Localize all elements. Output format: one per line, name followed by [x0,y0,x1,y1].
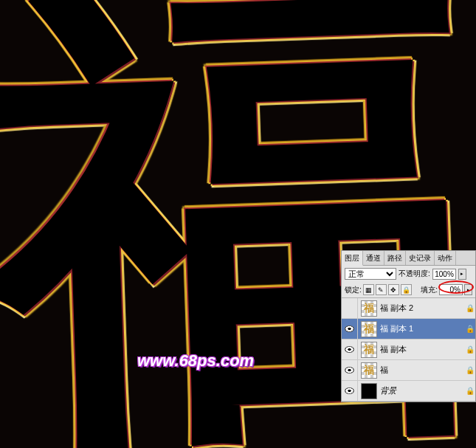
eye-icon [345,387,354,394]
layer-row-fu-copy-1[interactable]: 福 福 副本 1 🔒 [342,319,475,340]
tab-layers[interactable]: 图层 [342,251,363,266]
eye-icon [345,325,354,332]
layer-row-fu[interactable]: 福 福 🔒 [342,360,475,381]
layer-thumbnail[interactable] [361,383,377,399]
lock-transparency-icon[interactable]: ▦ [363,284,374,295]
blend-opacity-row: 正常 不透明度: ▸ [342,266,475,282]
layer-name-label[interactable]: 福 副本 1 [380,323,465,334]
layer-name-label[interactable]: 福 [380,365,465,376]
eye-icon [345,346,354,353]
lock-label: 锁定: [345,285,362,295]
visibility-toggle[interactable] [342,319,358,339]
lock-pixels-icon[interactable]: ✎ [376,284,387,295]
visibility-toggle[interactable] [342,298,358,318]
fill-input[interactable] [439,284,463,295]
tab-actions[interactable]: 动作 [435,251,456,265]
layer-thumbnail[interactable]: 福 [361,321,377,337]
layer-list: 福 福 副本 2 🔒 福 福 副本 1 🔒 福 福 副本 🔒 福 福 🔒 背景 … [342,298,475,402]
blend-mode-select[interactable]: 正常 [345,268,396,280]
opacity-label: 不透明度: [399,269,430,279]
layer-thumbnail[interactable]: 福 [361,362,377,379]
layer-row-fu-copy[interactable]: 福 福 副本 🔒 [342,340,475,360]
layer-name-label[interactable]: 福 副本 2 [380,303,465,314]
layer-name-label[interactable]: 福 副本 [380,344,465,355]
lock-icon: 🔒 [465,304,475,312]
watermark-text: www.68ps.com [137,351,254,371]
lock-icon: 🔒 [465,387,475,395]
fill-flyout-icon[interactable]: ▸ [464,284,472,295]
layer-row-fu-copy-2[interactable]: 福 福 副本 2 🔒 [342,298,475,319]
visibility-toggle[interactable] [342,340,358,359]
lock-icon: 🔒 [465,345,475,354]
eye-icon [345,367,354,373]
lock-fill-row: 锁定: ▦ ✎ ✥ 🔒 填充: ▸ [342,282,475,298]
layers-panel: 图层 通道 路径 史记录 动作 正常 不透明度: ▸ 锁定: ▦ ✎ ✥ 🔒 填… [341,250,476,402]
tab-history[interactable]: 史记录 [406,251,435,265]
lock-all-icon[interactable]: 🔒 [401,284,412,295]
visibility-toggle[interactable] [342,360,358,380]
opacity-input[interactable] [432,269,456,280]
tab-channels[interactable]: 通道 [363,251,384,265]
tab-paths[interactable]: 路径 [384,251,406,265]
layer-name-label[interactable]: 背景 [380,385,465,396]
lock-icon: 🔒 [465,366,475,374]
lock-icon: 🔒 [465,325,475,333]
layer-row-background[interactable]: 背景 🔒 [342,381,475,402]
layer-thumbnail[interactable]: 福 [361,342,377,358]
opacity-flyout-icon[interactable]: ▸ [458,269,466,280]
panel-tabs: 图层 通道 路径 史记录 动作 [342,251,475,266]
layer-thumbnail[interactable]: 福 [361,300,377,317]
lock-position-icon[interactable]: ✥ [388,284,399,295]
fill-label: 填充: [421,285,438,295]
visibility-toggle[interactable] [342,381,358,401]
